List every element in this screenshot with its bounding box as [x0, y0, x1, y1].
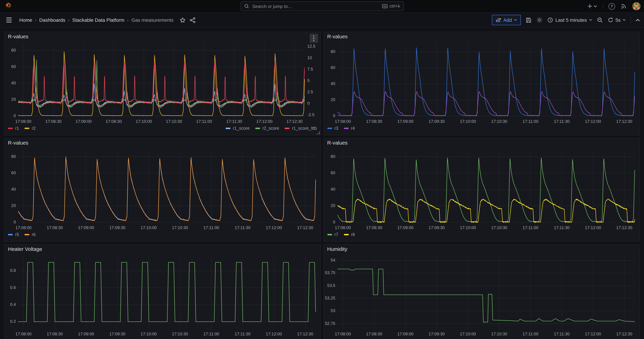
breadcrumb-separator: ›: [35, 18, 36, 22]
legend-swatch: [344, 128, 348, 129]
legend-swatch: [327, 234, 332, 235]
panel-legend: r3r4: [324, 124, 640, 135]
panel-resize-handle[interactable]: [316, 131, 320, 134]
legend-item-r1[interactable]: r1: [8, 126, 19, 131]
chevron-down-icon: [514, 19, 517, 21]
clock-icon: [548, 17, 553, 23]
panel-title[interactable]: R-values: [4, 32, 320, 41]
panel-title[interactable]: R-values: [324, 32, 640, 41]
panel-title[interactable]: Humidity: [324, 245, 640, 254]
help-icon[interactable]: ?: [608, 3, 615, 10]
legend-label: r7: [334, 232, 338, 237]
gear-icon: [536, 17, 542, 23]
breadcrumb-separator: ›: [127, 18, 129, 22]
search-icon: [244, 4, 249, 9]
timeseries-chart[interactable]: [324, 41, 640, 124]
legend-item-r4[interactable]: r4: [344, 126, 355, 131]
nav-right-icons: ?: [587, 2, 640, 10]
grafana-app: ctrl+k ?: [0, 0, 644, 339]
legend-label: r4: [351, 126, 355, 131]
dashboard-settings-button[interactable]: [536, 17, 542, 23]
breadcrumb-current: Gas measurements: [132, 17, 174, 23]
refresh-icon: [608, 17, 613, 23]
menu-toggle[interactable]: [4, 16, 14, 24]
caret-up-icon: [636, 19, 640, 22]
breadcrumb-home[interactable]: Home: [19, 17, 32, 23]
zoom-out-button[interactable]: [597, 17, 603, 23]
legend-item-r7[interactable]: r7: [327, 232, 338, 237]
toolbar-actions: Add: [492, 15, 640, 25]
shortcut-text: ctrl+k: [390, 4, 400, 9]
star-icon[interactable]: [180, 17, 186, 23]
breadcrumb: Home › Dashboards › Stackable Data Platf…: [19, 17, 174, 23]
legend-item-r2[interactable]: r2: [24, 126, 36, 131]
panel-legend: heatervoltage: [4, 337, 320, 339]
legend-swatch: [284, 128, 290, 129]
zoom-out-icon: [597, 17, 603, 23]
panel-legend: humidity: [324, 337, 640, 339]
dashboard-toolbar: Home › Dashboards › Stackable Data Platf…: [0, 13, 644, 28]
panel-r-values-3: R-values r5r6: [4, 138, 320, 242]
legend-item-r8[interactable]: r8: [344, 232, 355, 237]
panel-title[interactable]: R-values: [324, 138, 640, 147]
legend-label: r6: [32, 232, 36, 237]
add-button[interactable]: Add: [492, 15, 521, 25]
add-button-label: Add: [503, 17, 512, 23]
legend-item-r1_score_lttb[interactable]: r1_score_lttb: [284, 126, 317, 131]
search-input[interactable]: [252, 3, 380, 9]
panel-legend: r7r8: [324, 231, 640, 241]
toolbar-divider: [630, 16, 631, 24]
user-avatar[interactable]: [632, 2, 640, 10]
panel-legend: r5r6: [4, 231, 320, 241]
save-dashboard-button[interactable]: [526, 17, 532, 23]
legend-item-r2_score[interactable]: r2_score: [255, 126, 279, 131]
panel-heater-voltage: Heater Voltage heatervoltage: [4, 244, 320, 339]
legend-item-r1_score[interactable]: r1_score: [226, 126, 250, 131]
breadcrumb-dashboards[interactable]: Dashboards: [39, 17, 65, 23]
legend-swatch: [327, 128, 332, 129]
share-icon[interactable]: [190, 17, 196, 23]
timeseries-chart[interactable]: [4, 254, 320, 337]
breadcrumb-folder[interactable]: Stackable Data Platform: [72, 17, 124, 23]
legend-swatch: [8, 128, 13, 129]
legend-item-r5[interactable]: r5: [8, 232, 19, 237]
timeseries-chart[interactable]: [324, 147, 640, 231]
grafana-logo[interactable]: [4, 2, 12, 10]
chevron-down-icon: [594, 5, 597, 8]
timeseries-chart[interactable]: [4, 41, 320, 124]
legend-label: r3: [334, 126, 338, 131]
legend-item-r6[interactable]: r6: [24, 232, 36, 237]
breadcrumb-separator: ›: [68, 18, 70, 22]
collapse-toolbar-button[interactable]: [636, 19, 640, 22]
legend-swatch: [24, 234, 29, 235]
chevron-down-icon: [589, 19, 592, 21]
shortcut-hint: ctrl+k: [382, 4, 400, 9]
legend-swatch: [344, 234, 348, 235]
panel-menu-button[interactable]: [310, 34, 318, 43]
legend-label: r2: [32, 126, 36, 131]
legend-swatch: [24, 128, 29, 129]
nav-divider: [602, 3, 603, 10]
panel-r-values-2: R-values r3r4: [324, 32, 640, 135]
new-menu-button[interactable]: [587, 4, 597, 9]
legend-label: r2_score: [262, 126, 279, 131]
legend-label: r8: [351, 232, 355, 237]
plus-icon: [587, 4, 592, 9]
timeseries-chart[interactable]: [4, 147, 320, 231]
time-range-picker[interactable]: Last 5 minutes: [548, 17, 592, 23]
panel-humidity: Humidity humidity: [324, 244, 640, 339]
refresh-controls[interactable]: 5s: [608, 17, 626, 23]
legend-swatch: [8, 234, 13, 235]
legend-item-r3[interactable]: r3: [327, 126, 338, 131]
top-nav: ctrl+k ?: [0, 0, 644, 13]
save-icon: [526, 17, 532, 23]
dashboard-grid: R-values r1r2r1_scorer2_scorer1_score_lt…: [0, 28, 644, 339]
time-range-label: Last 5 minutes: [555, 17, 587, 23]
search-bar[interactable]: ctrl+k: [240, 2, 404, 11]
panel-title[interactable]: Heater Voltage: [4, 245, 320, 254]
legend-swatch: [226, 128, 230, 129]
panel-title[interactable]: R-values: [4, 138, 320, 147]
news-icon[interactable]: [620, 3, 627, 9]
keyboard-icon: [382, 4, 388, 8]
timeseries-chart[interactable]: [324, 254, 640, 337]
